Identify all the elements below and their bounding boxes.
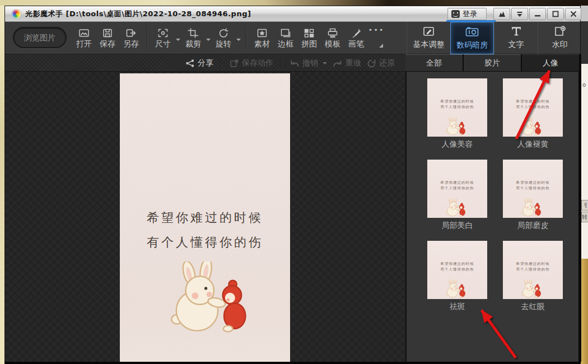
login-button[interactable]: 登录 [447, 8, 487, 20]
effect-label: 局部磨皮 [503, 221, 563, 231]
upgrade-icon [498, 11, 506, 17]
rabbit-illustration [444, 117, 470, 136]
mode-watermark[interactable]: 水印 [538, 22, 581, 54]
effect-label: 人像美容 [427, 139, 487, 150]
share-button[interactable]: 分享 [185, 58, 213, 68]
effect-thumbnail: 希望你难过的时候有个人懂得你的伤 [503, 78, 563, 137]
crop-icon [188, 28, 199, 38]
edge-peek-button-2[interactable]: 转 [581, 212, 588, 222]
maximize-button[interactable] [547, 8, 564, 20]
desktop-wallpaper-right [581, 259, 588, 364]
mode-text[interactable]: 文字 [494, 22, 538, 54]
template-button[interactable]: 模板 [321, 27, 344, 49]
app-logo-icon [12, 10, 21, 18]
effect-label: 去红眼 [503, 302, 563, 312]
mode-basic-adjust[interactable]: 基本调整 [407, 22, 450, 54]
open-button[interactable]: 打开 [72, 27, 96, 49]
app-window: 光影魔术手 [D:\tools\桌面\图片\2022-10-28_084946.… [4, 6, 581, 361]
background-window-edge: o 刂 转 [581, 6, 588, 364]
effect-label: 祛斑 [427, 302, 487, 312]
desktop-wallpaper-left [0, 6, 4, 364]
rabbit-illustration [444, 279, 470, 298]
material-star-icon [256, 28, 268, 38]
save-button[interactable]: 保存 [96, 27, 119, 49]
login-label: 登录 [463, 9, 477, 19]
tab-portrait[interactable]: 人像 [522, 54, 579, 71]
crop-button[interactable]: 裁剪 [181, 27, 205, 49]
effect-redeye-removal[interactable]: 希望你难过的时候有个人懂得你的伤 去红眼 [503, 241, 563, 312]
action-separator [221, 58, 222, 69]
rotate-button[interactable]: 旋转 [212, 27, 235, 49]
digital-darkroom-camera-icon [465, 26, 479, 37]
edge-peek-button-1[interactable]: 刂 [581, 200, 588, 211]
more-tools-button[interactable]: ••• [368, 22, 385, 54]
effect-portrait-deyellow[interactable]: 希望你难过的时候有个人懂得你的伤 人像褪黄 [503, 78, 563, 150]
effect-thumbnail: 希望你难过的时候有个人懂得你的伤 [427, 241, 487, 299]
desktop-wallpaper-top [0, 0, 588, 6]
restore-button[interactable]: 还原 [367, 58, 395, 68]
share-icon [185, 59, 195, 68]
rabbit-illustration [519, 198, 546, 217]
desktop: o 刂 转 光影魔术手 [D:\tools\桌面\图片\2022-10-28_0… [0, 0, 588, 364]
save-as-button[interactable]: 另存 [119, 27, 143, 49]
rotate-dropdown-caret[interactable] [235, 22, 242, 54]
edge-peek-text: o [582, 82, 586, 88]
effect-label: 人像褪黄 [503, 139, 563, 150]
login-avatar-icon [451, 10, 460, 18]
tab-all[interactable]: 全部 [405, 54, 463, 71]
save-icon [102, 28, 113, 38]
titlebar[interactable]: 光影魔术手 [D:\tools\桌面\图片\2022-10-28_084946.… [5, 6, 580, 22]
undo-button[interactable]: 撤销 [290, 58, 327, 68]
open-image-icon [78, 28, 90, 38]
border-button[interactable]: 边框 [274, 27, 297, 49]
effect-spot-removal[interactable]: 希望你难过的时候有个人懂得你的伤 祛斑 [427, 241, 487, 312]
tab-film[interactable]: 胶片 [464, 54, 521, 71]
effect-local-whitening[interactable]: 希望你难过的时候有个人懂得你的伤 局部美白 [427, 160, 487, 231]
effect-thumbnail: 希望你难过的时候有个人懂得你的伤 [427, 160, 487, 218]
more-dots: ••• [368, 22, 385, 39]
photo-text-line2: 有个人懂得你的伤 [120, 234, 290, 251]
resize-dropdown-caret[interactable] [175, 22, 181, 54]
effects-panel: 希望你难过的时候有个人懂得你的伤 人像美容 希望你难过的时候有个人懂得你的伤 人… [405, 72, 581, 362]
save-as-icon [125, 28, 137, 38]
collage-button[interactable]: 拼图 [297, 27, 321, 49]
effect-thumbnail: 希望你难过的时候有个人懂得你的伤 [427, 78, 487, 137]
upgrade-button[interactable] [493, 8, 510, 20]
current-photo[interactable]: 希望你难过的时候 有个人懂得你的伤 [120, 73, 290, 362]
effect-portrait-beauty[interactable]: 希望你难过的时候有个人懂得你的伤 人像美容 [427, 78, 487, 150]
maximize-icon [552, 11, 559, 17]
editor-canvas[interactable]: 希望你难过的时候 有个人懂得你的伤 [5, 72, 405, 362]
edge-titlebar-sliver [581, 6, 588, 21]
rabbit-illustration [161, 262, 267, 335]
redo-button[interactable]: 重做 [333, 58, 361, 68]
undo-dropdown-caret[interactable] [323, 62, 327, 67]
minimize-icon [534, 11, 541, 17]
minimize-button[interactable] [529, 8, 546, 20]
main-toolbar: 浏览图片 打开 保存 另存 尺寸 [5, 22, 580, 54]
background-window-strip: o 刂 转 [581, 64, 588, 259]
action-separator [281, 58, 282, 69]
resize-icon [157, 28, 169, 38]
collage-grid-icon [304, 28, 315, 38]
tool-group: 打开 保存 另存 尺寸 裁剪 [72, 22, 385, 54]
more-corner-icon [379, 44, 383, 48]
effect-thumbnail: 希望你难过的时候有个人懂得你的伤 [503, 160, 563, 218]
close-icon [570, 11, 577, 17]
toolbar-separator [147, 27, 147, 49]
resize-button[interactable]: 尺寸 [151, 27, 175, 49]
save-action-button[interactable]: 保存动作 [230, 58, 273, 68]
skin-menu-button[interactable] [511, 8, 528, 20]
browse-images-button[interactable]: 浏览图片 [13, 27, 67, 48]
mode-digital-darkroom[interactable]: 数码暗房 [450, 22, 494, 54]
close-button[interactable] [565, 8, 581, 20]
rabbit-illustration [519, 117, 546, 136]
toolbar-separator [246, 27, 246, 49]
effect-local-smoothing[interactable]: 希望你难过的时候有个人懂得你的伤 局部磨皮 [503, 160, 563, 231]
chevron-down-icon [516, 11, 523, 17]
material-button[interactable]: 素材 [250, 27, 274, 49]
window-title: 光影魔术手 [D:\tools\桌面\图片\2022-10-28_084946.… [25, 6, 251, 22]
brush-button[interactable]: 画笔 [344, 27, 368, 49]
redo-icon [333, 59, 343, 68]
effect-thumbnail: 希望你难过的时候有个人懂得你的伤 [503, 241, 563, 299]
crop-dropdown-caret[interactable] [205, 22, 212, 54]
